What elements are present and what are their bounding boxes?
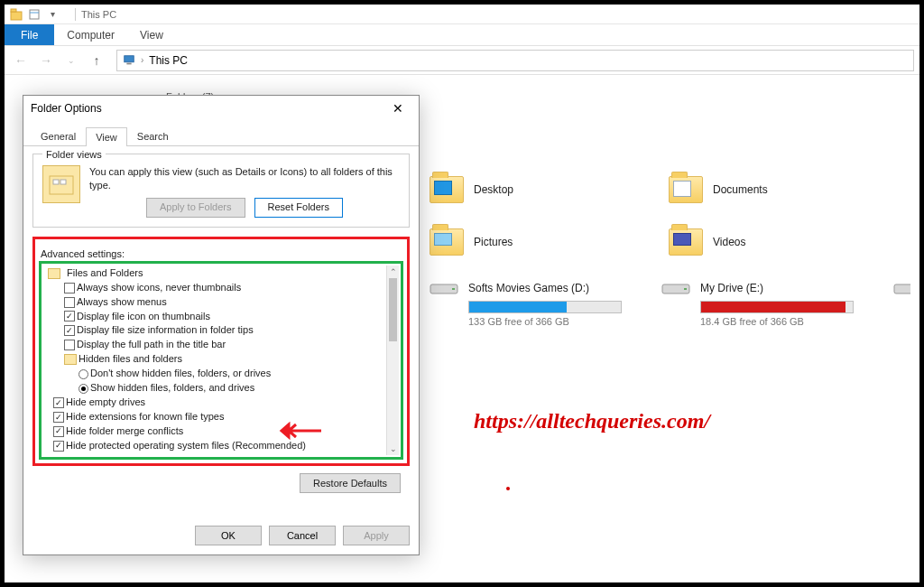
tree-item-label: Hide extensions for known file types [66,410,224,424]
file-tab[interactable]: File [5,24,54,45]
folder-videos[interactable]: Videos [668,227,871,257]
ribbon-tabs: File Computer View [5,24,919,46]
folder-documents[interactable]: Documents [668,174,871,205]
tree-item[interactable]: ✓ Display file size information in folde… [44,323,386,338]
restore-defaults-button[interactable]: Restore Defaults [300,473,401,493]
tree-item[interactable]: ✓ Hide empty drives [44,396,386,410]
reset-folders-button[interactable]: Reset Folders [254,198,343,218]
svg-rect-14 [53,180,59,184]
tree-item[interactable]: Don't show hidden files, folders, or dri… [44,367,386,381]
tree-item[interactable]: Always show menus [44,295,386,310]
recent-dropdown-icon[interactable]: ⌄ [60,50,82,71]
tree-item[interactable]: ✓ Hide protected operating system files … [44,439,386,453]
checkbox[interactable] [64,283,75,294]
svg-rect-10 [894,284,910,294]
checkbox[interactable]: ✓ [53,412,64,423]
back-button[interactable]: ← [10,50,32,71]
title-bar: ▾ This PC [5,5,919,24]
scrollbar[interactable]: ⌃ ⌄ [386,266,399,455]
annotation-green-box: Files and Folders Always show icons, nev… [39,261,403,460]
drive-d[interactable]: Softs Movies Games (D:) 133 GB free of 3… [429,279,624,327]
folder-views-icon [42,165,80,203]
svg-rect-9 [684,288,687,290]
tree-root: Files and Folders [44,266,386,281]
folder-label: Videos [713,236,745,248]
tab-general[interactable]: General [31,126,86,145]
apply-button: Apply [343,526,410,545]
folder-views-text: You can apply this view (such as Details… [89,165,400,192]
tree-item[interactable]: ✓ Hide extensions for known file types [44,410,386,424]
folder-pictures[interactable]: Pictures [429,227,632,257]
tree-item[interactable]: Display the full path in the title bar [44,338,386,352]
annotation-dot [506,487,510,490]
tree-item[interactable]: Always show icons, never thumbnails [44,281,386,295]
tree-item[interactable]: ✓ Display file icon on thumbnails [44,310,386,324]
breadcrumb-location[interactable]: This PC [149,54,188,67]
radio[interactable] [79,369,88,379]
folder-label: Documents [713,183,768,196]
ok-button[interactable]: OK [195,526,262,545]
folder-desktop[interactable]: Desktop [429,174,632,205]
scroll-up-icon[interactable]: ⌃ [387,266,399,278]
folder-views-legend: Folder views [42,149,106,160]
checkbox[interactable] [64,340,75,350]
tree-item-label: Don't show hidden files, folders, or dri… [90,367,271,381]
tree-item[interactable]: ✓ Hide folder merge conflicts [44,424,386,439]
tree-item-label: Always show menus [77,295,167,310]
address-bar[interactable]: › This PC [116,50,914,71]
dialog-titlebar[interactable]: Folder Options ✕ [23,96,419,121]
tab-view[interactable]: View [127,24,176,45]
drive-free-text: 18.4 GB free of 366 GB [700,316,856,327]
svg-rect-4 [125,55,134,61]
dialog-title: Folder Options [31,102,102,115]
dialog-tabs: General View Search [23,121,419,146]
advanced-settings-tree[interactable]: Files and Folders Always show icons, nev… [44,266,386,454]
scroll-thumb[interactable] [389,278,397,341]
drive-partial[interactable] [892,279,910,327]
annotation-red-box: Advanced settings: Files and Folders Alw… [32,237,410,466]
tree-item-label: Display file size information in folder … [77,323,254,338]
tree-item-label: Hide folder merge conflicts [66,424,183,439]
folder-label: Pictures [474,236,513,248]
tab-search[interactable]: Search [127,126,179,145]
drive-free-text: 133 GB free of 366 GB [468,316,624,327]
scroll-down-icon[interactable]: ⌄ [387,443,399,455]
folder-options-dialog: Folder Options ✕ General View Search Fol… [23,95,420,555]
checkbox[interactable]: ✓ [53,397,64,408]
tree-item-label: Display file icon on thumbnails [77,310,210,324]
svg-rect-2 [30,10,39,19]
radio[interactable] [79,384,88,394]
svg-rect-15 [60,180,66,184]
qat-icon-explorer[interactable] [8,6,24,23]
drive-usage-bar [700,301,854,313]
tree-item[interactable]: Show hidden files, folders, and drives [44,381,386,396]
folder-icon [48,268,60,279]
checkbox[interactable]: ✓ [64,311,75,321]
folder-icon [429,227,465,257]
tree-item-label: Display the full path in the title bar [77,338,226,352]
tab-computer[interactable]: Computer [54,24,127,45]
window-title: This PC [81,9,116,20]
qat-icon-properties[interactable] [26,6,42,23]
cancel-button[interactable]: Cancel [269,526,336,545]
advanced-settings-label: Advanced settings: [41,248,403,259]
pc-icon [123,54,135,67]
checkbox[interactable]: ✓ [53,426,64,437]
folder-icon [668,174,704,205]
folder-views-group: Folder views You can apply this view (su… [32,154,410,228]
tree-item-label: Hide protected operating system files (R… [66,439,306,453]
folder-icon [429,174,465,205]
checkbox[interactable] [64,297,75,308]
close-button[interactable]: ✕ [384,98,411,118]
drive-e[interactable]: My Drive (E:) 18.4 GB free of 366 GB [661,279,856,327]
folders-grid: Desktop Documents Pictures Videos [429,174,910,349]
qat-dropdown-icon[interactable]: ▾ [44,6,60,23]
tree-item-label: Always show icons, never thumbnails [77,281,241,295]
tab-view[interactable]: View [86,127,127,146]
checkbox[interactable]: ✓ [64,325,75,336]
up-button[interactable]: ↑ [86,50,107,71]
drive-icon [661,279,693,297]
checkbox[interactable]: ✓ [53,441,64,452]
svg-rect-0 [11,12,22,20]
tree-item[interactable]: Hidden files and folders [44,352,386,367]
